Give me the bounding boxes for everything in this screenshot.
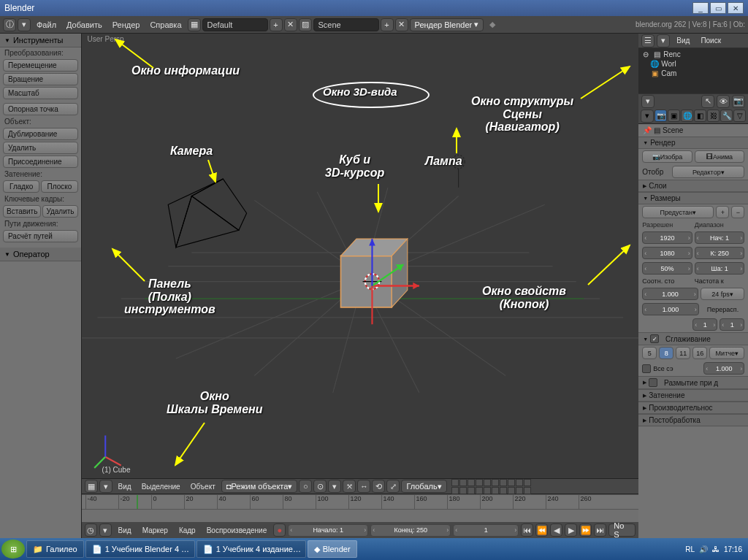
remap-old-field[interactable]: 1 — [692, 318, 717, 331]
menu-view3d-object[interactable]: Объект — [186, 483, 220, 491]
mblur-checkbox[interactable] — [649, 378, 657, 387]
jump-start-icon[interactable]: ⏮ — [521, 523, 533, 537]
res-pct-field[interactable]: 50% — [642, 262, 692, 275]
task-item[interactable]: 📄 1 Учебник Blender 4 … — [85, 540, 195, 558]
tl-menu-view[interactable]: Вид — [114, 526, 136, 534]
aspect-y-field[interactable]: 1.000 — [642, 303, 699, 315]
timeline-area[interactable]: -40-200204060801001201401601802002202402… — [82, 494, 639, 522]
tab-constraints[interactable]: ⛓ — [707, 110, 720, 122]
rotate-button[interactable]: Вращение — [3, 73, 78, 85]
tl-menu-marker[interactable]: Маркер — [138, 526, 172, 534]
timeline-expand-icon[interactable]: ▾ — [99, 523, 112, 537]
menu-file[interactable]: Файл — [32, 20, 61, 29]
scene-browse-icon[interactable]: ▨ — [299, 18, 312, 31]
tl-menu-frame[interactable]: Кадр — [175, 526, 200, 534]
remap-new-field[interactable]: 1 — [720, 318, 744, 331]
orient-select[interactable]: Глобаль ▾ — [401, 480, 446, 493]
aa-16-button[interactable]: 16 — [692, 347, 707, 359]
outliner-expand-icon[interactable]: ▾ — [657, 34, 670, 47]
start-button[interactable]: ⊞ — [1, 540, 25, 559]
panel-layers[interactable]: Слои — [638, 180, 748, 192]
frame-end-field[interactable]: К: 250 — [695, 247, 745, 259]
aa-checkbox[interactable]: ✓ — [650, 334, 659, 343]
editor-type-icon[interactable]: ⓘ — [3, 18, 16, 31]
scene-name-field[interactable]: Scene — [313, 18, 379, 31]
scale-button[interactable]: Масштаб — [3, 87, 78, 99]
aa-11-button[interactable]: 11 — [676, 347, 690, 359]
tools-panel-header[interactable]: Инструменты — [0, 34, 81, 47]
current-frame-field[interactable]: 1 — [453, 524, 519, 537]
tray-icon[interactable]: 🔊 — [699, 545, 708, 553]
insert-key-button[interactable]: Вставить — [3, 205, 41, 218]
manip-scale-icon[interactable]: ⤢ — [386, 480, 400, 493]
playhead[interactable] — [137, 495, 138, 509]
remove-key-button[interactable]: Удалить — [42, 205, 77, 218]
panel-dimensions[interactable]: Размеры — [638, 192, 748, 204]
display-select[interactable]: Редактор ▾ — [672, 166, 744, 178]
lang-indicator[interactable]: RL — [685, 545, 695, 553]
timeline-editor-icon[interactable]: ◷ — [85, 523, 97, 537]
system-tray[interactable]: RL 🔊 🖧 17:16 — [681, 545, 747, 553]
sync-select[interactable]: No S — [608, 523, 636, 537]
clock[interactable]: 17:16 — [724, 545, 742, 553]
render-engine-select[interactable]: Рендер Blender ▾ — [410, 18, 484, 31]
scene-add-button[interactable]: + — [381, 18, 394, 31]
aa-8-button[interactable]: 8 — [659, 347, 673, 359]
filter-size-field[interactable]: 1.000 — [703, 362, 744, 375]
view3d-viewport[interactable]: User Persp — [82, 34, 639, 478]
delete-button[interactable]: Удалить — [3, 142, 78, 154]
task-item[interactable]: ◆ Blender — [308, 540, 357, 558]
preset-add-button[interactable]: + — [716, 206, 729, 218]
manip-rotate-icon[interactable]: ⟲ — [372, 480, 385, 493]
mode-select[interactable]: ◘ Режим объекта ▾ — [221, 480, 298, 493]
manip-toggle[interactable]: ⤧ — [343, 480, 356, 493]
layer-buttons[interactable] — [451, 479, 531, 494]
menu-help[interactable]: Справка — [145, 20, 186, 29]
calc-paths-button[interactable]: Расчёт путей — [3, 230, 78, 242]
render-image-button[interactable]: 📷Изобра — [642, 150, 692, 163]
maximize-button[interactable]: ▭ — [710, 2, 726, 14]
view3d-expand-icon[interactable]: ▾ — [99, 480, 112, 493]
layout-add-button[interactable]: + — [270, 18, 283, 31]
play-icon[interactable]: ▶ — [565, 523, 577, 537]
render-anim-button[interactable]: 🎞Анима — [695, 150, 745, 163]
outliner-tree[interactable]: ⊖▤Renc 🌐Worl ▣Cam — [638, 48, 748, 93]
frame-step-field[interactable]: Ша: 1 — [695, 262, 745, 275]
shading-solid-icon[interactable]: ○ — [299, 480, 312, 493]
manip-translate-icon[interactable]: ↔ — [357, 480, 370, 493]
tab-data[interactable]: ▽ — [733, 110, 746, 122]
scene-del-button[interactable]: ✕ — [395, 18, 408, 31]
frame-start-field[interactable]: Нач: 1 — [695, 231, 745, 244]
operator-panel-header[interactable]: Оператор — [0, 248, 81, 261]
layout-browse-icon[interactable]: ▦ — [188, 18, 201, 31]
cube-object[interactable] — [340, 239, 407, 307]
step-fwd-icon[interactable]: ⏩ — [579, 523, 592, 537]
minimize-button[interactable]: _ — [692, 2, 709, 14]
outliner-camera-icon[interactable]: 📷 — [732, 95, 745, 108]
end-frame-field[interactable]: Конец: 250 — [370, 524, 451, 537]
lamp-object[interactable] — [452, 155, 465, 188]
start-frame-field[interactable]: Начало: 1 — [288, 524, 368, 537]
tray-icon[interactable]: 🖧 — [712, 545, 720, 553]
tab-object[interactable]: ◧ — [694, 110, 706, 122]
jump-end-icon[interactable]: ⏭ — [594, 523, 606, 537]
expand-menu-icon[interactable]: ▾ — [18, 18, 31, 31]
outliner-eye-icon[interactable]: 👁 — [717, 95, 730, 108]
preset-select[interactable]: Предустан ▾ — [642, 206, 714, 218]
panel-perf[interactable]: Производительнос — [638, 402, 748, 414]
outliner-menu-view[interactable]: Вид — [672, 37, 694, 45]
menu-view3d-select[interactable]: Выделение — [137, 483, 185, 491]
step-back-icon[interactable]: ⏪ — [535, 523, 548, 537]
fullsample-checkbox[interactable] — [642, 364, 651, 373]
pivot-icon[interactable]: ⊙ — [313, 480, 327, 493]
task-item[interactable]: 📁 Галилео — [26, 540, 84, 558]
res-x-field[interactable]: 1920 — [642, 231, 692, 244]
preset-del-button[interactable]: − — [731, 206, 744, 218]
panel-shading[interactable]: Затенение — [638, 389, 748, 402]
panel-aa[interactable]: ✓ Сглаживание — [638, 332, 748, 345]
layout-del-button[interactable]: ✕ — [284, 18, 297, 31]
tab-world[interactable]: 🌐 — [681, 110, 693, 122]
fps-select[interactable]: 24 fps ▾ — [701, 288, 745, 300]
join-button[interactable]: Присоединение — [3, 156, 78, 168]
record-icon[interactable]: ● — [273, 523, 286, 537]
